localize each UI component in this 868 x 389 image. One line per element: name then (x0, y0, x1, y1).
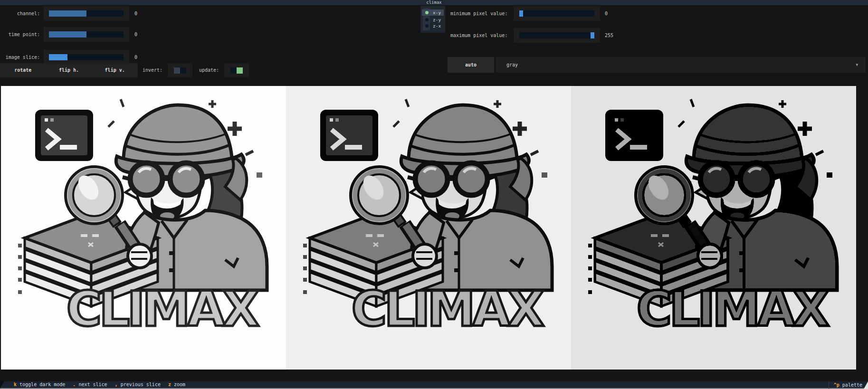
footer-binding-next-slice[interactable]: .next slice (73, 381, 107, 388)
time-point-label: time point: (0, 27, 40, 42)
climax-logo-render-2 (286, 86, 571, 370)
colormap-selected-value: gray (506, 57, 518, 73)
image-slice-slider-fill[interactable] (49, 54, 67, 60)
invert-toggle-track (180, 67, 186, 74)
channel-slider-fill[interactable] (49, 10, 86, 17)
footer-notch (0, 381, 4, 389)
min-pixel-slider[interactable] (514, 6, 600, 21)
radio-dot-icon (425, 18, 429, 21)
app-title: climax (426, 0, 442, 5)
app-window: climax channel: 0 time point: 0 image sl… (0, 0, 868, 389)
image-slice-value: 0 (134, 50, 137, 65)
footer-corner (864, 381, 868, 389)
max-pixel-slider-track[interactable] (519, 32, 594, 38)
max-pixel-slider[interactable] (514, 28, 600, 43)
channel-slider[interactable] (44, 6, 129, 21)
chevron-down-icon: ▼ (856, 57, 858, 73)
transform-button-row: rotate flip h. flip v. (0, 63, 138, 77)
radio-option-xy[interactable]: x-y (422, 9, 444, 16)
flip-horizontal-button[interactable]: flip h. (46, 63, 92, 77)
slice-panel-2 (286, 86, 571, 370)
footer-binding-dark-mode[interactable]: ktoggle dark mode (14, 381, 65, 388)
channel-slider-track[interactable] (49, 10, 124, 17)
radio-dot-icon (425, 24, 429, 28)
footer: ktoggle dark mode .next slice ,previous … (0, 381, 868, 389)
update-toggle-track (230, 67, 237, 74)
climax-logo-render-3 (571, 86, 856, 370)
slice-panel-1 (1, 86, 286, 370)
footer-binding-zoom[interactable]: zzoom (168, 381, 185, 388)
max-pixel-value: 255 (605, 28, 613, 43)
time-point-value: 0 (134, 27, 137, 42)
time-point-slider-fill[interactable] (49, 31, 86, 38)
time-point-slider-track[interactable] (49, 31, 124, 38)
image-viewer (1, 86, 856, 370)
min-pixel-slider-handle[interactable] (519, 10, 523, 17)
invert-toggle[interactable] (168, 63, 192, 77)
invert-toggle-knob (174, 67, 180, 74)
min-pixel-slider-track[interactable] (519, 10, 594, 17)
update-toggle-knob (237, 67, 243, 74)
min-pixel-label: minimum pixel value: (450, 6, 507, 21)
image-slice-slider-track[interactable] (49, 54, 124, 60)
max-pixel-label: maximum pixel value: (450, 28, 507, 43)
colormap-select[interactable]: gray ▼ (496, 57, 866, 73)
max-pixel-slider-handle[interactable] (591, 32, 594, 38)
flip-vertical-button[interactable]: flip v. (92, 63, 138, 77)
radio-option-zx[interactable]: z-x (422, 23, 444, 29)
image-slice-label: image slice: (0, 50, 40, 65)
climax-logo-render-1 (1, 86, 286, 370)
orientation-radio-group: x-y z-y z-x (420, 6, 445, 33)
slice-panel-3 (571, 86, 856, 370)
auto-contrast-button[interactable]: auto (448, 57, 494, 73)
footer-binding-previous-slice[interactable]: ,previous slice (115, 381, 161, 388)
image-slice-slider[interactable] (44, 50, 129, 65)
min-pixel-value: 0 (605, 6, 608, 21)
radio-dot-icon (425, 11, 429, 14)
title-bar: climax (0, 0, 868, 5)
invert-label: invert: (143, 63, 162, 77)
update-label: update: (199, 63, 219, 77)
channel-label: channel: (0, 6, 40, 21)
time-point-slider[interactable] (44, 27, 129, 42)
channel-value: 0 (134, 6, 137, 21)
radio-option-zy[interactable]: z-y (422, 17, 444, 23)
update-toggle[interactable] (224, 63, 249, 77)
rotate-button[interactable]: rotate (0, 63, 46, 77)
footer-binding-palette[interactable]: ^ppalette (829, 381, 862, 389)
